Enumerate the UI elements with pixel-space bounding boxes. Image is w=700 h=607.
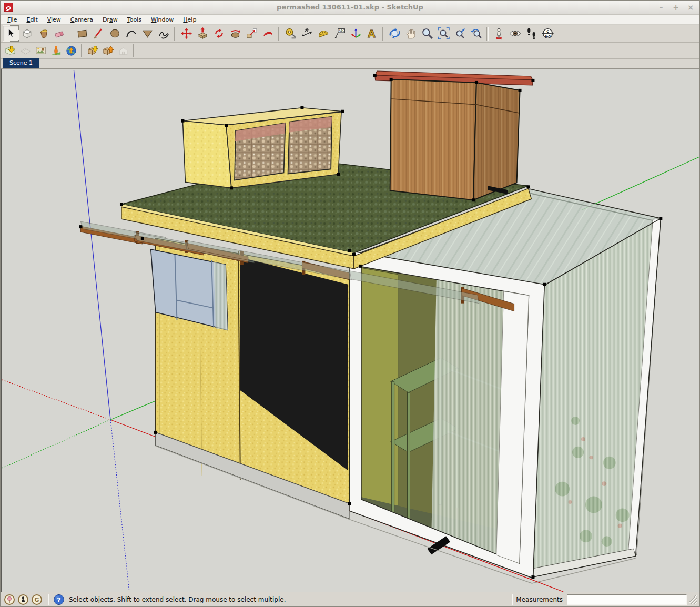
eraser-button[interactable]	[52, 25, 68, 42]
position-camera-button[interactable]	[491, 25, 507, 42]
zoom-icon	[421, 27, 434, 40]
toolbar-separator	[70, 27, 72, 41]
zoom-extents-icon	[453, 27, 466, 40]
measurements-label: Measurements	[516, 596, 563, 603]
get-models-button[interactable]	[85, 43, 100, 58]
arc-tool-button[interactable]	[123, 25, 139, 42]
svg-text:?: ?	[57, 595, 61, 603]
3d-text-tool-button[interactable]: A	[364, 25, 380, 42]
share-model-button[interactable]	[100, 43, 116, 58]
scene-tab-1[interactable]: Scene 1	[3, 58, 39, 68]
menu-window[interactable]: Window	[146, 15, 178, 24]
svg-text:ABC: ABC	[339, 29, 344, 32]
eye-icon	[509, 27, 522, 40]
toggle-terrain-button[interactable]	[18, 43, 33, 58]
help-icon[interactable]: ?	[53, 594, 65, 605]
dimensions-tool-button[interactable]	[299, 25, 315, 42]
menu-file[interactable]: File	[3, 15, 22, 24]
freehand-tool-button[interactable]	[156, 25, 172, 42]
measurements-input[interactable]	[567, 594, 687, 605]
axes-icon	[349, 27, 362, 40]
add-location-button[interactable]	[3, 43, 18, 58]
wooden-box[interactable]	[375, 71, 533, 200]
arc-icon	[125, 27, 138, 40]
polygon-tool-button[interactable]	[139, 25, 156, 42]
zoom-extents-button[interactable]	[452, 25, 468, 42]
make-component-button[interactable]	[19, 25, 35, 42]
menu-draw[interactable]: Draw	[98, 15, 123, 24]
zoom-previous-button[interactable]	[468, 25, 484, 42]
rectangle-tool-button[interactable]	[74, 25, 90, 42]
offset-tool-button[interactable]	[260, 25, 276, 42]
polygon-icon	[141, 27, 154, 40]
zoom-previous-icon	[470, 27, 483, 40]
get-models-icon	[87, 45, 99, 57]
rotate-tool-button[interactable]	[211, 25, 227, 42]
share-component-button[interactable]	[116, 43, 131, 58]
maximize-button[interactable]: +	[671, 3, 681, 12]
look-around-button[interactable]	[507, 25, 523, 42]
bug-hotel-panel	[288, 117, 332, 174]
footprints-icon	[525, 27, 538, 40]
bug-hotel-panel	[235, 123, 286, 180]
menu-tools[interactable]: Tools	[123, 15, 146, 24]
statusbar-separator	[47, 594, 49, 605]
pan-hand-icon	[404, 27, 418, 40]
toolbar-separator	[81, 44, 83, 57]
minimize-button[interactable]: –	[656, 3, 666, 12]
line-tool-button[interactable]	[90, 25, 107, 42]
protractor-tool-button[interactable]	[315, 25, 331, 42]
circle-tool-button[interactable]	[107, 25, 123, 42]
zoom-window-button[interactable]	[435, 25, 452, 42]
dimensions-icon	[300, 27, 313, 40]
zoom-tool-button[interactable]	[419, 25, 435, 42]
paint-bucket-button[interactable]	[35, 25, 52, 42]
walk-tool-button[interactable]	[523, 25, 540, 42]
menu-help[interactable]: Help	[178, 15, 201, 24]
select-tool-button[interactable]	[3, 25, 19, 42]
axes-tool-button[interactable]	[348, 25, 364, 42]
scale-tool-button[interactable]	[244, 25, 260, 42]
menu-view[interactable]: View	[43, 15, 66, 24]
pan-tool-button[interactable]	[403, 25, 419, 42]
menu-edit[interactable]: Edit	[22, 15, 42, 24]
toolbar-separator	[486, 27, 489, 41]
sign-in-status-icon[interactable]: G	[31, 594, 43, 605]
follow-me-icon	[229, 27, 242, 40]
titlebar: permashed 130611-01.skp - SketchUp – + ×	[1, 1, 699, 15]
tape-measure-button[interactable]	[282, 25, 299, 42]
select-cursor-icon	[4, 27, 17, 40]
terrain-icon	[19, 45, 32, 57]
menu-camera[interactable]: Camera	[66, 15, 98, 24]
protractor-icon	[317, 27, 330, 40]
preview-in-google-earth-button[interactable]	[48, 43, 64, 58]
toolbar-separator	[382, 27, 384, 41]
push-pull-tool-button[interactable]	[195, 25, 211, 42]
orange-figure-icon	[50, 45, 62, 57]
push-pull-icon	[196, 27, 209, 40]
text-tool-button[interactable]: ABC	[331, 25, 348, 42]
google-earth-button[interactable]	[64, 43, 79, 58]
bug-hotel-cabinet[interactable]	[182, 108, 342, 188]
tape-measure-icon	[284, 27, 297, 40]
viewport-canvas[interactable]	[2, 69, 699, 592]
orbit-tool-button[interactable]	[387, 25, 403, 42]
section-plane-button[interactable]: CA-5	[540, 25, 556, 42]
component-cube-icon	[21, 27, 34, 40]
geolocation-status-icon[interactable]	[4, 594, 15, 605]
resize-grip[interactable]	[689, 595, 697, 604]
toolbar-separator	[174, 27, 176, 41]
close-button[interactable]: ×	[686, 3, 695, 12]
move-tool-button[interactable]	[178, 25, 195, 42]
3d-text-icon: A	[366, 27, 379, 40]
status-message: Select objects. Shift to extend select. …	[69, 596, 286, 603]
add-location-icon	[4, 45, 16, 57]
follow-me-tool-button[interactable]	[227, 25, 244, 42]
zoom-window-icon	[437, 27, 450, 40]
photo-textures-button[interactable]	[33, 43, 48, 58]
menubar: File Edit View Camera Draw Tools Window …	[1, 15, 699, 25]
globe-icon	[65, 45, 77, 57]
viewport	[1, 69, 699, 592]
window-title: permashed 130611-01.skp - SketchUp	[1, 3, 699, 11]
credits-status-icon[interactable]	[17, 594, 29, 605]
